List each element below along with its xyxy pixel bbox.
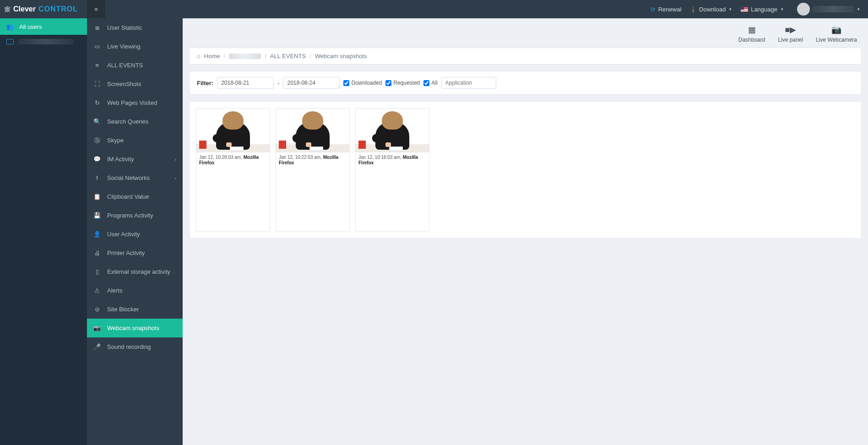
nav-item-im-activity[interactable]: 💬IM Activity› — [87, 150, 183, 168]
breadcrumb-section[interactable]: ALL EVENTS — [270, 53, 306, 60]
nav-item-user-activity[interactable]: 👤User Activity — [87, 225, 183, 244]
web-pages-visited-icon: ↻ — [93, 99, 101, 106]
tab-live-webcamera[interactable]: 📷 Live Webcamera — [816, 25, 857, 43]
top-actions: ⟳ Renewal ⭳ Download ▾ Language ▾ ▾ — [651, 0, 868, 18]
im-activity-icon: 💬 — [93, 156, 101, 163]
nav-item-label: External storage activity — [107, 268, 170, 275]
filter-downloaded[interactable]: Downloaded — [343, 80, 382, 86]
users-icon: 👥 — [6, 23, 14, 30]
video-icon: ■▶ — [778, 25, 803, 35]
nav-item-search-queries[interactable]: 🔍Search Queries — [87, 112, 183, 131]
users-panel: 👥 All users — [0, 18, 87, 445]
nav-item-sound-recording[interactable]: 🎤Sound recording — [87, 337, 183, 356]
nav-item-label: IM Activity — [107, 156, 134, 163]
nav-item-label: User Activity — [107, 231, 140, 238]
breadcrumb-home[interactable]: Home — [204, 53, 220, 60]
user-name-redacted — [18, 39, 73, 44]
nav-item-label: Site Blocker — [107, 306, 139, 313]
download-label: Download — [699, 6, 726, 13]
view-tabs: ▦ Dashboard ■▶ Live panel 📷 Live Webcame… — [189, 25, 862, 48]
nav-item-web-pages-visited[interactable]: ↻Web Pages Visited — [87, 93, 183, 112]
sidebar-toggle[interactable]: ≡ — [87, 0, 105, 18]
chevron-down-icon: ▾ — [781, 7, 783, 11]
all-users-label: All users — [19, 23, 42, 30]
nav-item-site-blocker[interactable]: ⊘Site Blocker — [87, 300, 183, 319]
filter-requested-label: Requested — [393, 80, 420, 86]
filter-all-checkbox[interactable] — [423, 80, 429, 86]
filter-application-input[interactable] — [441, 77, 496, 89]
language-label: Language — [751, 6, 777, 13]
renewal-label: Renewal — [658, 6, 682, 13]
nav-item-all-events[interactable]: ≡ALL EVENTS — [87, 56, 183, 75]
brand-logo[interactable]: 🕸 CleverCONTROL — [0, 0, 87, 18]
brand-part2: CONTROL — [38, 5, 78, 13]
snapshot-card[interactable]: Jan 12, 10:16:03 am, Mozilla Firefox — [355, 108, 429, 232]
breadcrumb-sep: / — [309, 53, 311, 60]
download-icon: ⭳ — [690, 6, 696, 13]
tab-dashboard[interactable]: ▦ Dashboard — [738, 25, 765, 43]
nav-item-programs-activity[interactable]: 💾Programs Activity — [87, 206, 183, 225]
topbar: 🕸 CleverCONTROL ≡ ⟳ Renewal ⭳ Download ▾… — [0, 0, 868, 18]
all-users-button[interactable]: 👥 All users — [0, 18, 87, 35]
filter-dash: - — [277, 80, 279, 87]
download-menu[interactable]: ⭳ Download ▾ — [690, 6, 732, 13]
user-entry[interactable] — [0, 35, 87, 49]
skype-icon: Ⓢ — [93, 136, 101, 145]
nav-item-printer-activity[interactable]: 🖨Printer Activity — [87, 244, 183, 262]
chevron-right-icon: › — [174, 157, 176, 162]
home-icon: ⌂ — [197, 53, 201, 60]
nav-item-webcam-snapshots[interactable]: 📷Webcam snapshots — [87, 319, 183, 337]
nav-item-label: User Statistic — [107, 24, 142, 31]
filter-all-label: All — [431, 80, 437, 86]
snapshot-thumbnail — [276, 109, 349, 152]
nav-item-skype[interactable]: ⓈSkype — [87, 131, 183, 150]
chevron-right-icon: › — [174, 175, 176, 181]
logo-icon: 🕸 — [5, 6, 11, 13]
tab-dashboard-label: Dashboard — [738, 37, 765, 43]
nav-item-label: Alerts — [107, 287, 122, 294]
nav-item-label: Search Queries — [107, 118, 148, 125]
user-statistic-icon: ≣ — [93, 24, 101, 31]
programs-activity-icon: 💾 — [93, 212, 101, 219]
tab-live-panel[interactable]: ■▶ Live panel — [778, 25, 803, 43]
user-menu[interactable]: ▾ — [792, 3, 860, 16]
user-activity-icon: 👤 — [93, 231, 101, 238]
filter-date-to[interactable] — [283, 77, 340, 89]
nav-item-live-viewing[interactable]: ▭Live Viewing — [87, 37, 183, 56]
filter-requested[interactable]: Requested — [385, 80, 420, 86]
breadcrumb-user-redacted[interactable] — [229, 54, 261, 59]
language-menu[interactable]: Language ▾ — [741, 6, 783, 13]
snapshot-thumbnail — [196, 109, 270, 152]
nav-item-label: Social Networks — [107, 174, 150, 181]
nav-item-clipboard-value[interactable]: 📋Clipboard Value — [87, 187, 183, 206]
renewal-link[interactable]: ⟳ Renewal — [651, 6, 682, 13]
printer-activity-icon: 🖨 — [93, 250, 101, 256]
nav-item-alerts[interactable]: ⚠Alerts — [87, 281, 183, 300]
filter-all[interactable]: All — [423, 80, 437, 86]
snapshot-grid: Jan 12, 10:28:03 am, Mozilla FirefoxJan … — [189, 101, 862, 239]
nav-item-label: Live Viewing — [107, 43, 141, 50]
filter-requested-checkbox[interactable] — [385, 80, 391, 86]
brand-part1: Clever — [13, 5, 36, 13]
nav-item-social-networks[interactable]: fSocial Networks› — [87, 168, 183, 187]
dashboard-icon: ▦ — [738, 25, 765, 35]
breadcrumb-sep: / — [224, 53, 226, 60]
filter-date-from[interactable] — [217, 77, 274, 89]
tab-live-panel-label: Live panel — [778, 37, 803, 43]
filter-downloaded-label: Downloaded — [351, 80, 382, 86]
nav-item-label: Printer Activity — [107, 250, 145, 256]
nav-item-external-storage-activity[interactable]: ▯External storage activity — [87, 262, 183, 281]
snapshot-card[interactable]: Jan 12, 10:28:03 am, Mozilla Firefox — [196, 108, 270, 232]
chevron-down-icon: ▾ — [857, 7, 860, 11]
snapshot-card[interactable]: Jan 12, 10:22:03 am, Mozilla Firefox — [276, 108, 350, 232]
nav-item-user-statistic[interactable]: ≣User Statistic — [87, 18, 183, 37]
filter-downloaded-checkbox[interactable] — [343, 80, 349, 86]
breadcrumb: ⌂ Home / / ALL EVENTS / Webcam snapshots — [189, 48, 862, 65]
hamburger-icon: ≡ — [94, 6, 98, 13]
nav-item-screenshots[interactable]: ⛶ScreenShots — [87, 75, 183, 93]
flag-icon — [741, 7, 748, 12]
alerts-icon: ⚠ — [93, 287, 101, 294]
nav-item-label: Skype — [107, 137, 124, 144]
avatar — [797, 3, 810, 16]
renewal-icon: ⟳ — [651, 6, 656, 13]
